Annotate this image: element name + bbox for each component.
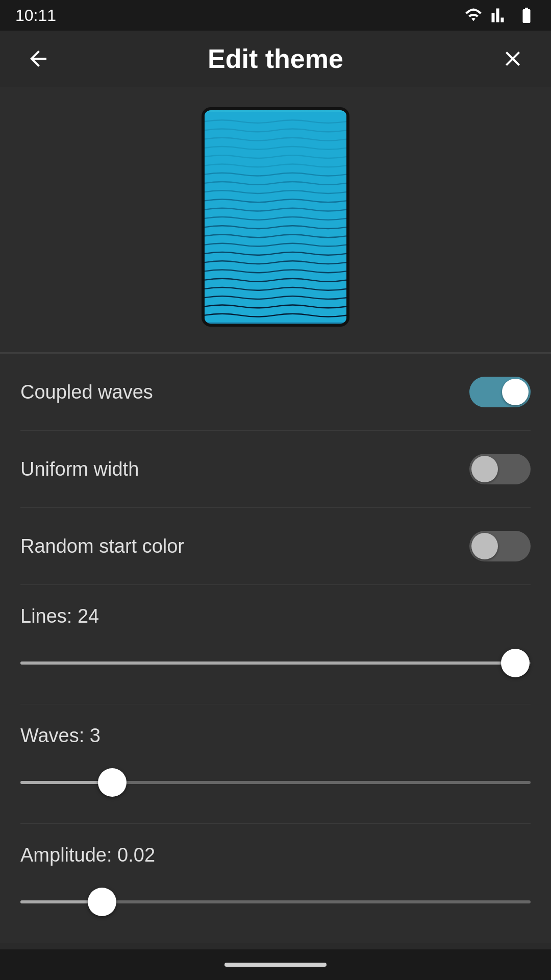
- amplitude-section: Amplitude: 0.02: [20, 824, 531, 943]
- signal-icon: [491, 6, 509, 24]
- uniform-width-toggle[interactable]: [469, 454, 531, 484]
- lines-label: Lines: 24: [20, 605, 531, 627]
- status-icons: [464, 6, 536, 24]
- status-time: 10:11: [15, 6, 56, 25]
- close-icon: [500, 46, 525, 71]
- coupled-waves-row: Coupled waves: [20, 354, 531, 431]
- phone-frame: [202, 107, 349, 327]
- random-start-color-thumb: [471, 533, 498, 559]
- waves-slider-thumb[interactable]: [98, 768, 127, 797]
- back-icon: [26, 46, 51, 71]
- random-start-color-label: Random start color: [20, 535, 184, 557]
- waves-slider-wrapper: [20, 767, 531, 798]
- random-start-color-toggle[interactable]: [469, 531, 531, 561]
- amplitude-label: Amplitude: 0.02: [20, 844, 531, 866]
- uniform-width-thumb: [471, 456, 498, 482]
- wifi-icon: [464, 6, 483, 24]
- lines-slider-track: [20, 662, 531, 665]
- amplitude-slider-thumb[interactable]: [88, 888, 116, 916]
- top-bar: Edit theme: [0, 31, 551, 87]
- waves-label: Waves: 3: [20, 725, 531, 747]
- settings-area: Coupled waves Uniform width Random start…: [0, 354, 551, 943]
- home-indicator: [224, 963, 327, 967]
- preview-area: [0, 87, 551, 352]
- random-start-color-row: Random start color: [20, 508, 531, 585]
- lines-slider-thumb[interactable]: [501, 649, 530, 677]
- lines-slider-fill: [20, 662, 515, 665]
- bottom-navigation-bar: [0, 949, 551, 980]
- page-title: Edit theme: [208, 43, 343, 74]
- coupled-waves-toggle[interactable]: [469, 377, 531, 407]
- coupled-waves-label: Coupled waves: [20, 381, 153, 403]
- lines-slider-wrapper: [20, 648, 531, 678]
- battery-icon: [517, 6, 536, 24]
- uniform-width-row: Uniform width: [20, 431, 531, 508]
- amplitude-slider-wrapper: [20, 887, 531, 917]
- wave-preview: [205, 110, 346, 324]
- waves-section: Waves: 3: [20, 704, 531, 824]
- lines-section: Lines: 24: [20, 585, 531, 704]
- waves-slider-track: [20, 781, 531, 784]
- status-bar: 10:11: [0, 0, 551, 31]
- close-button[interactable]: [495, 41, 531, 77]
- uniform-width-label: Uniform width: [20, 458, 139, 480]
- phone-screen: [205, 110, 346, 324]
- amplitude-slider-track: [20, 900, 531, 903]
- back-button[interactable]: [20, 41, 56, 77]
- coupled-waves-thumb: [502, 379, 529, 405]
